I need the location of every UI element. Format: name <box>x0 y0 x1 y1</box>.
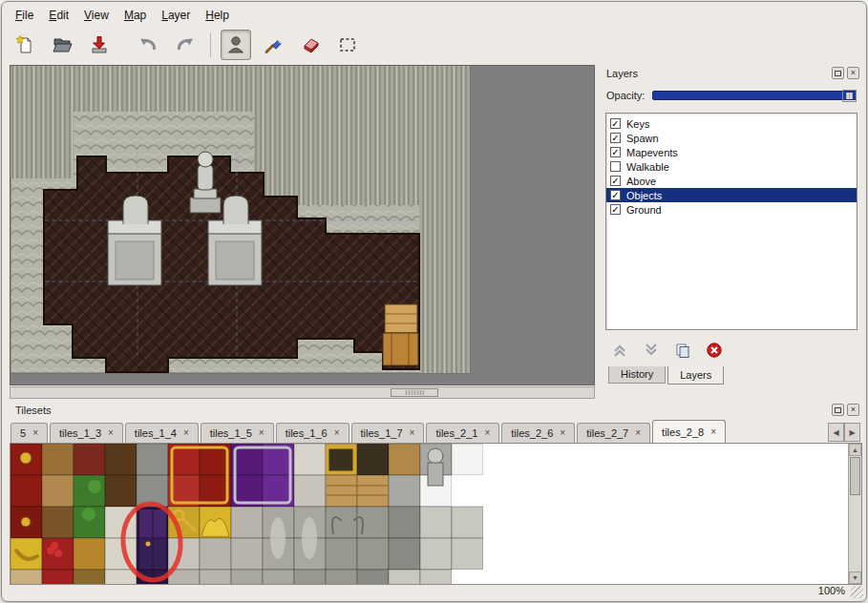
tileset-tab-label: tiles_2_6 <box>511 427 553 439</box>
undo-button[interactable] <box>133 30 163 60</box>
layer-name: Keys <box>626 118 649 130</box>
layer-visibility-checkbox[interactable]: ✓ <box>610 118 621 129</box>
tileset-tab-5[interactable]: 5× <box>11 423 48 443</box>
scroll-up-button[interactable]: ▲ <box>849 444 861 456</box>
chevron-down-icon <box>643 342 660 359</box>
menu-item-view[interactable]: View <box>76 7 116 24</box>
arrow-down-icon: ▼ <box>852 574 858 581</box>
redo-button[interactable] <box>170 30 201 60</box>
float-icon <box>835 71 841 76</box>
stamp-tool-button[interactable] <box>221 30 251 60</box>
opacity-slider-handle[interactable] <box>842 90 857 102</box>
tileset-tab-tiles_1_4[interactable]: tiles_1_4× <box>125 423 199 443</box>
menu-item-help[interactable]: Help <box>198 7 237 24</box>
tilesets-panel: Tilesets × 5×tiles_1_3×tiles_1_4×tiles_1… <box>10 402 862 586</box>
menu-item-layer[interactable]: Layer <box>154 7 198 24</box>
layer-row-spawn[interactable]: ✓Spawn <box>606 131 857 145</box>
layer-row-objects[interactable]: ✓Objects <box>606 188 857 202</box>
layer-list: ✓Keys✓Spawn✓MapeventsWalkable✓Above✓Obje… <box>605 113 857 330</box>
menu-item-map[interactable]: Map <box>116 7 154 24</box>
layer-visibility-checkbox[interactable] <box>610 161 621 172</box>
tileset-vertical-scrollbar[interactable]: ▲ ▼ <box>848 444 861 584</box>
duplicate-layer-button[interactable] <box>673 341 692 360</box>
move-layer-down-button[interactable] <box>642 341 661 360</box>
arrow-right-icon: ▶ <box>849 428 855 437</box>
panel-tab-bar: HistoryLayers <box>608 366 726 385</box>
move-layer-up-button[interactable] <box>610 341 629 360</box>
delete-layer-button[interactable] <box>705 341 724 360</box>
tab-scroll-right-button[interactable]: ▶ <box>844 423 860 442</box>
panel-tab-layers[interactable]: Layers <box>667 366 724 385</box>
open-button[interactable] <box>47 30 77 60</box>
arrow-up-icon: ▲ <box>852 447 858 453</box>
scroll-down-button[interactable]: ▼ <box>849 572 861 584</box>
redo-icon <box>175 34 196 55</box>
select-tool-button[interactable] <box>332 30 363 60</box>
crates <box>383 304 418 365</box>
tileset-tab-tiles_1_3[interactable]: tiles_1_3× <box>50 423 123 443</box>
menu-item-file[interactable]: File <box>8 7 41 24</box>
close-icon: × <box>851 69 856 77</box>
tileset-tab-label: tiles_1_4 <box>135 427 177 439</box>
layer-visibility-checkbox[interactable]: ✓ <box>610 147 621 157</box>
float-panel-button[interactable] <box>832 404 844 416</box>
resize-grip[interactable] <box>851 586 863 598</box>
tab-close-icon[interactable]: × <box>334 428 340 438</box>
tileset-tab-tiles_1_5[interactable]: tiles_1_5× <box>201 423 274 443</box>
tileset-tab-label: tiles_1_6 <box>286 427 328 439</box>
tab-close-icon[interactable]: × <box>560 428 565 438</box>
delete-icon <box>706 342 723 359</box>
map-canvas[interactable] <box>10 65 595 385</box>
layer-visibility-checkbox[interactable]: ✓ <box>610 176 621 186</box>
close-panel-button[interactable]: × <box>847 404 859 416</box>
chevron-up-icon <box>611 342 628 359</box>
layer-row-mapevents[interactable]: ✓Mapevents <box>606 145 857 159</box>
layers-panel-title: Layers <box>606 68 638 79</box>
layer-name: Ground <box>626 204 662 216</box>
tileset-image[interactable] <box>11 444 515 585</box>
panel-tab-history[interactable]: History <box>608 366 666 384</box>
fill-tool-button[interactable] <box>258 30 288 60</box>
arrow-left-icon: ◀ <box>833 428 838 437</box>
tab-scroll-left-button[interactable]: ◀ <box>828 423 844 442</box>
new-map-button[interactable] <box>10 30 40 60</box>
tab-close-icon[interactable]: × <box>108 428 114 438</box>
vertical-scrollbar-thumb[interactable] <box>850 457 860 495</box>
tab-close-icon[interactable]: × <box>32 428 38 438</box>
tileset-tab-tiles_2_1[interactable]: tiles_2_1× <box>426 423 499 443</box>
layer-actions <box>610 340 724 361</box>
layer-visibility-checkbox[interactable]: ✓ <box>610 190 621 200</box>
eraser-tool-button[interactable] <box>295 30 326 60</box>
map-horizontal-scrollbar[interactable] <box>10 386 595 399</box>
menu-item-edit[interactable]: Edit <box>41 7 76 24</box>
tab-close-icon[interactable]: × <box>183 428 189 438</box>
horizontal-scrollbar-thumb[interactable] <box>391 388 438 397</box>
layer-row-walkable[interactable]: Walkable <box>606 159 857 174</box>
layer-row-ground[interactable]: ✓Ground <box>606 202 857 217</box>
tab-close-icon[interactable]: × <box>710 427 716 437</box>
app-window: FileEditViewMapLayerHelp <box>1 1 867 602</box>
opacity-slider[interactable] <box>652 91 857 100</box>
layer-visibility-checkbox[interactable]: ✓ <box>610 204 621 215</box>
tileset-tab-label: tiles_2_8 <box>662 426 704 438</box>
tileset-tab-label: tiles_1_3 <box>59 427 101 439</box>
tileset-tab-tiles_1_7[interactable]: tiles_1_7× <box>351 423 425 443</box>
layer-visibility-checkbox[interactable]: ✓ <box>610 133 621 143</box>
tileset-content[interactable]: ▲ ▼ <box>10 443 862 585</box>
tileset-tab-label: tiles_2_1 <box>435 427 477 439</box>
tileset-tab-tiles_2_6[interactable]: tiles_2_6× <box>501 423 575 443</box>
float-panel-button[interactable] <box>832 67 844 79</box>
save-button[interactable] <box>84 30 115 60</box>
tileset-tab-tiles_2_8[interactable]: tiles_2_8× <box>652 420 726 443</box>
layer-row-keys[interactable]: ✓Keys <box>606 116 857 131</box>
tab-close-icon[interactable]: × <box>484 428 490 438</box>
tileset-tab-tiles_1_6[interactable]: tiles_1_6× <box>276 423 349 443</box>
tab-close-icon[interactable]: × <box>635 428 641 438</box>
layers-panel: Layers × Opacity: ✓Keys✓Spawn✓MapeventsW… <box>601 65 862 390</box>
tab-close-icon[interactable]: × <box>410 428 415 438</box>
layer-row-above[interactable]: ✓Above <box>606 174 857 188</box>
tileset-tab-tiles_2_7[interactable]: tiles_2_7× <box>577 423 650 443</box>
tab-close-icon[interactable]: × <box>259 428 265 438</box>
close-panel-button[interactable]: × <box>847 67 859 79</box>
float-icon <box>835 407 841 413</box>
